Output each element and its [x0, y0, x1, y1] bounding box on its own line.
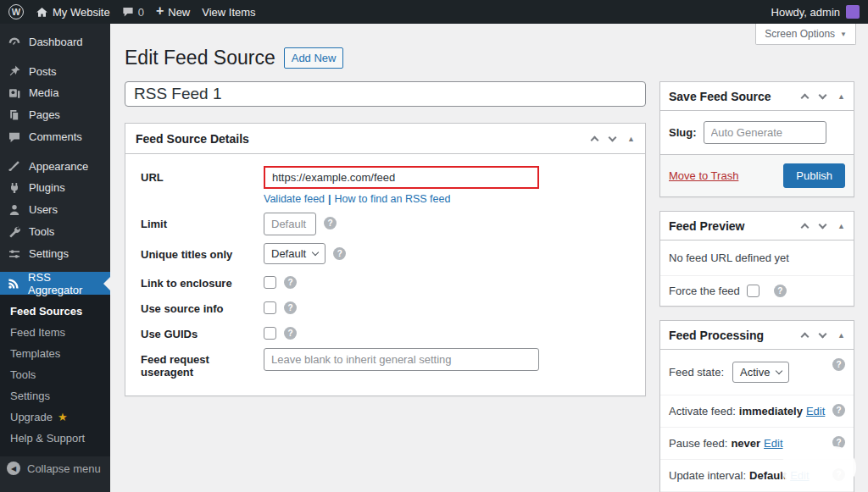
- move-up-icon[interactable]: [801, 93, 810, 102]
- wordpress-logo-icon: W: [8, 4, 24, 19]
- feed-state-label: Feed state:: [669, 366, 724, 379]
- help-icon[interactable]: ?: [832, 404, 845, 417]
- submenu-item-tools[interactable]: Tools: [0, 364, 110, 385]
- submenu-label: Feed Sources: [10, 305, 82, 318]
- feed-state-select[interactable]: Active: [732, 362, 789, 383]
- sidebar-item-plugins[interactable]: Plugins: [0, 177, 110, 199]
- validate-feed-link[interactable]: Validate feed: [264, 193, 325, 205]
- view-items-link[interactable]: View Items: [202, 6, 255, 19]
- submenu-item-feed-items[interactable]: Feed Items: [0, 322, 110, 343]
- activate-feed-label: Activate feed:: [669, 405, 736, 417]
- sidebar-item-settings[interactable]: Settings: [0, 243, 110, 265]
- selected-option: Active: [740, 366, 770, 379]
- collapse-menu-label: Collapse menu: [27, 462, 101, 475]
- pause-feed-value: never: [731, 437, 760, 450]
- sidebar-item-appearance[interactable]: Appearance: [0, 155, 110, 177]
- move-down-icon[interactable]: [819, 91, 827, 99]
- collapse-toggle-icon[interactable]: ▲: [837, 222, 845, 230]
- new-content-menu[interactable]: + New: [156, 6, 190, 19]
- sidebar-item-posts[interactable]: Posts: [0, 60, 110, 82]
- sidebar-item-label: RSS Aggregator: [28, 271, 103, 296]
- help-beacon[interactable]: [782, 446, 856, 489]
- edit-pause-link[interactable]: Edit: [764, 437, 782, 450]
- help-icon[interactable]: ?: [832, 358, 845, 371]
- sidebar-item-rss-aggregator[interactable]: RSS Aggregator: [0, 272, 110, 295]
- wordpress-menu[interactable]: W: [8, 4, 24, 19]
- chevron-down-icon: ▼: [840, 30, 847, 38]
- pushpin-icon: [7, 64, 21, 79]
- help-icon[interactable]: ?: [284, 327, 297, 340]
- link-enclosure-checkbox[interactable]: [264, 276, 276, 289]
- move-up-icon[interactable]: [801, 223, 810, 231]
- sidebar-item-label: Comments: [29, 130, 82, 143]
- site-name-link[interactable]: My Website: [36, 6, 110, 19]
- edit-activate-link[interactable]: Edit: [806, 405, 825, 417]
- rss-aggregator-submenu: Feed Sources Feed Items Templates Tools …: [0, 295, 110, 456]
- sidebar-item-label: Pages: [29, 108, 60, 121]
- how-to-find-rss-link[interactable]: How to find an RSS feed: [335, 193, 451, 205]
- move-down-icon[interactable]: [609, 133, 617, 141]
- site-name-label: My Website: [53, 6, 110, 19]
- box-title: Save Feed Source: [669, 90, 771, 103]
- feed-title-input[interactable]: [125, 81, 646, 107]
- submenu-item-feed-sources[interactable]: Feed Sources: [0, 301, 110, 322]
- help-icon[interactable]: ?: [774, 285, 787, 297]
- move-down-icon[interactable]: [819, 220, 827, 229]
- collapse-toggle-icon[interactable]: ▲: [837, 331, 845, 340]
- collapse-toggle-icon[interactable]: ▲: [627, 135, 635, 143]
- account-menu[interactable]: Howdy, admin: [771, 6, 840, 19]
- activate-feed-value: immediately: [739, 405, 803, 417]
- save-feed-source-box: Save Feed Source ▲ Slug: Move to Trash P…: [659, 81, 854, 197]
- force-feed-checkbox[interactable]: [747, 285, 760, 297]
- selected-option: Default: [271, 247, 306, 260]
- slug-input[interactable]: [704, 121, 826, 144]
- sidebar-item-dashboard[interactable]: Dashboard: [0, 31, 110, 53]
- screen-options-button[interactable]: Screen Options ▼: [755, 24, 856, 45]
- collapse-menu-button[interactable]: ◀ Collapse menu: [0, 456, 110, 480]
- collapse-arrow-icon: ◀: [7, 462, 20, 475]
- plug-icon: [7, 180, 21, 195]
- use-source-info-label: Use source info: [141, 297, 264, 315]
- use-source-info-checkbox[interactable]: [264, 301, 276, 314]
- help-icon[interactable]: ?: [284, 276, 297, 289]
- sidebar-item-label: Dashboard: [29, 36, 83, 48]
- user-icon: [7, 202, 21, 217]
- use-guids-checkbox[interactable]: [264, 327, 276, 340]
- unique-titles-select[interactable]: Default: [264, 243, 326, 264]
- sidebar-item-comments[interactable]: Comments: [0, 126, 110, 148]
- submenu-item-templates[interactable]: Templates: [0, 343, 110, 364]
- pause-feed-label: Pause feed:: [669, 437, 727, 450]
- comment-bubble-icon: [122, 6, 134, 18]
- sidebar-item-media[interactable]: Media: [0, 82, 110, 104]
- sidebar-item-tools[interactable]: Tools: [0, 221, 110, 243]
- add-new-button[interactable]: Add New: [284, 47, 344, 69]
- move-to-trash-link[interactable]: Move to Trash: [669, 169, 738, 182]
- useragent-input[interactable]: [264, 348, 539, 371]
- move-down-icon[interactable]: [819, 329, 827, 338]
- limit-input[interactable]: [264, 213, 316, 235]
- submenu-item-upgrade[interactable]: Upgrade★: [0, 406, 110, 428]
- admin-bar: W My Website 0 + New View Items Howdy, a…: [0, 0, 868, 24]
- submenu-item-settings[interactable]: Settings: [0, 385, 110, 406]
- help-icon[interactable]: ?: [284, 301, 297, 314]
- help-icon[interactable]: ?: [324, 217, 337, 229]
- url-input[interactable]: [264, 166, 539, 189]
- comments-admin-link[interactable]: 0: [122, 6, 144, 19]
- update-interval-label: Update interval:: [669, 469, 746, 482]
- sidebar-item-pages[interactable]: Pages: [0, 104, 110, 126]
- sidebar-item-users[interactable]: Users: [0, 199, 110, 221]
- help-icon[interactable]: ?: [333, 247, 346, 260]
- move-up-icon[interactable]: [801, 332, 810, 340]
- submenu-item-help-support[interactable]: Help & Support: [0, 428, 110, 449]
- publish-button[interactable]: Publish: [783, 163, 845, 188]
- box-title: Feed Preview: [669, 219, 745, 233]
- sidebar-item-label: Settings: [29, 247, 69, 260]
- avatar[interactable]: [846, 5, 860, 19]
- collapse-toggle-icon[interactable]: ▲: [837, 92, 845, 101]
- comment-count: 0: [138, 6, 144, 19]
- move-up-icon[interactable]: [591, 135, 599, 144]
- rss-icon: [7, 276, 20, 290]
- unique-titles-label: Unique titles only: [141, 243, 264, 261]
- submenu-label: Templates: [10, 347, 60, 360]
- sidebar-item-label: Appearance: [29, 160, 88, 173]
